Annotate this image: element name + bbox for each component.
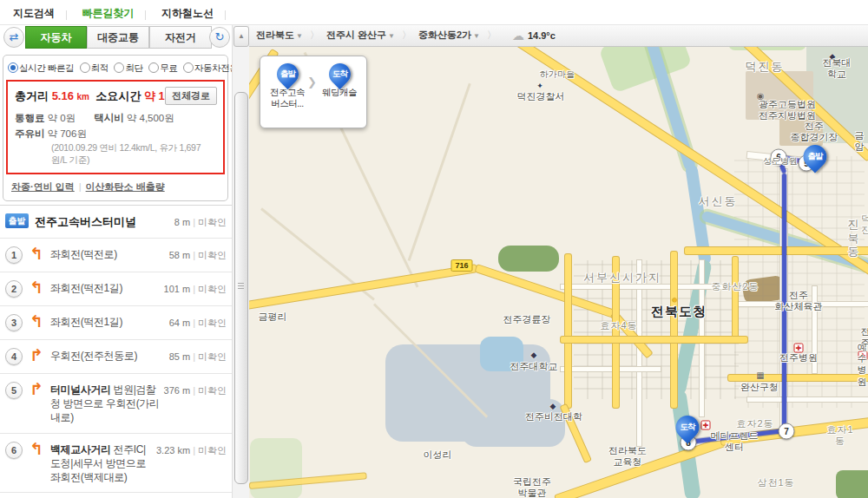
map-label: 전북도청: [651, 304, 707, 319]
popup-end[interactable]: 도착 웨딩캐슬: [316, 63, 363, 98]
route-type-radio[interactable]: 실시간 빠른길: [8, 62, 74, 75]
map-label: 성도병원: [763, 156, 798, 167]
toll-label: 통행료: [15, 113, 45, 123]
transport-tab[interactable]: 자동차: [25, 26, 87, 49]
distance-divider: |: [193, 217, 195, 227]
weather-widget: ☁ 14.9°c: [512, 29, 556, 43]
chevron-down-icon: ▼: [296, 32, 303, 40]
map-panel: 전라북도▼ 〉 전주시 완산구▼ 〉 중화산동2가▼ 〉 ☁ 14.9°c: [248, 24, 868, 498]
duration-label: 소요시간: [95, 89, 141, 102]
poi-icon: ✚: [701, 421, 711, 430]
end-pin[interactable]: 도착: [676, 416, 700, 439]
breadcrumb-district[interactable]: 중화산동2가▼: [418, 29, 480, 42]
breadcrumb-separator: 〉: [402, 29, 411, 42]
green-area: [250, 438, 302, 498]
start-status: 미확인: [198, 217, 227, 227]
route-point-marker[interactable]: 7: [779, 423, 795, 440]
map-label: 전주병원: [779, 352, 818, 364]
step-number: 1: [5, 246, 23, 264]
start-distance: 8 m: [174, 217, 190, 227]
breadcrumb-city[interactable]: 전주시 완산구▼: [326, 29, 395, 42]
popup-start[interactable]: 출발 전주고속 버스터...: [264, 63, 311, 109]
step-distance: 3.23 km: [156, 445, 190, 455]
park-area: [836, 470, 868, 498]
step-status: 미확인: [198, 385, 227, 396]
route-start-row[interactable]: 출발 전주고속버스터미널 8 m|미확인: [0, 206, 232, 239]
step-number: 4: [5, 348, 23, 365]
sidebar-scrollbar[interactable]: ▲: [232, 24, 249, 498]
temperature: 14.9°c: [528, 30, 556, 41]
thumb-grip: [238, 285, 244, 286]
route-type-radio[interactable]: 최적: [80, 62, 108, 75]
map-label: 메디프렌드 센터: [711, 430, 759, 453]
route-type-radio[interactable]: 자동차전용 제외: [183, 62, 232, 75]
step-status: 미확인: [198, 284, 227, 294]
map-canvas[interactable]: 716 5678 ◆✦◉●◆◆✚✚✚▦ 덕진동전북대학교하가마을덕진경찰서광주고…: [249, 47, 868, 498]
step-number: 2: [5, 280, 23, 298]
start-pin[interactable]: 출발: [804, 145, 827, 168]
step-instruction: 좌회전(떡전1길): [50, 314, 166, 329]
route-endpoints-popup: 출발 전주고속 버스터... ❯ 도착 웨딩캐슬: [260, 56, 367, 128]
car-fuel-input-link[interactable]: 차종·연비 입력: [11, 181, 75, 192]
route-step-row[interactable]: 1 ↰ 좌회전(떡전로) 58 m|미확인: [0, 239, 232, 272]
route-step-row[interactable]: 3 ↰ 좌회전(떡전1길) 64 m|미확인: [0, 306, 232, 340]
map-label: 전주경륜장: [503, 314, 551, 325]
step-instruction: 좌회전(떡전1길): [50, 280, 161, 295]
top-nav-item[interactable]: 지도검색: [2, 0, 66, 21]
map-label: 덕진: [861, 213, 868, 236]
top-navigation: 지도검색 빠른길찾기 지하철노선: [0, 0, 868, 25]
turn-arrow-icon: ↱: [26, 348, 47, 364]
top-nav-items: 지도검색 빠른길찾기 지하철노선: [0, 0, 868, 21]
map-label: 서부신시가지: [583, 271, 661, 285]
poi-icon: ✚: [794, 344, 804, 353]
map-label: 효자2동: [736, 418, 773, 429]
turn-arrow-icon: ↰: [26, 280, 47, 296]
step-status: 미확인: [198, 318, 227, 328]
route-step-row[interactable]: 2 ↰ 좌회전(떡전1길) 101 m|미확인: [0, 272, 232, 306]
radio-icon: [114, 62, 124, 73]
taxi-value: 약 4,500원: [127, 113, 174, 123]
breadcrumb-separator: 〉: [310, 29, 319, 42]
radio-icon: [148, 62, 159, 73]
map-label: 전주 화산체육관: [775, 290, 823, 312]
route-type-radios: 실시간 빠른길 최적 최단 무료 자동차전용 제외: [6, 59, 225, 80]
swap-start-end-button[interactable]: ⇄: [3, 27, 24, 48]
breadcrumb-province[interactable]: 전라북도▼: [256, 29, 303, 42]
directions-sidebar: ⇄ 자동차대중교통자전거 ↻ 실시간 빠른길 최적 최단 무료 자동차전용 제외…: [0, 24, 232, 498]
map-label: 전주: [861, 326, 868, 349]
step-distance: 85 m: [169, 351, 190, 362]
popup-end-pin: 도착: [329, 63, 351, 85]
route-type-radio[interactable]: 무료: [148, 62, 177, 75]
turn-arrow-icon: ↱: [26, 382, 47, 397]
map-label: 효자4동: [600, 320, 637, 331]
co2-emission-link[interactable]: 이산화탄소 배출량: [86, 181, 165, 192]
green-area: [728, 47, 806, 50]
transport-tab[interactable]: 자전거: [149, 26, 212, 49]
scrollbar-thumb[interactable]: [234, 92, 248, 484]
scroll-up-button[interactable]: ▲: [233, 26, 249, 47]
road: [685, 247, 868, 254]
full-route-button[interactable]: 전체경로: [165, 87, 217, 105]
route-step-row[interactable]: 5 ↱ 터미널사거리 법원|검찰청 방면으로 우회전(가리내로) 376 m|미…: [0, 374, 232, 434]
route-step-row[interactable]: 7 ⤴ 효자광장사거리 정읍|박물관|도립장애인복지관 방면으로 우측방향(1번…: [0, 493, 232, 498]
nav-divider: [225, 10, 226, 20]
top-nav-item[interactable]: 빠른길찾기: [70, 0, 145, 21]
route-step-row[interactable]: 4 ↱ 우회전(전주천동로) 85 m|미확인: [0, 340, 232, 374]
radio-icon: [8, 62, 18, 73]
fuel-note: (2010.09.29 연비 12.4km/L, 유가 1,697원/L 기준): [51, 142, 216, 167]
radio-icon: [80, 62, 90, 73]
poi-icon: ◆: [531, 351, 537, 359]
transport-tab[interactable]: 대중교통: [87, 26, 149, 49]
map-label: 효자1동: [826, 424, 855, 447]
top-nav-item[interactable]: 지하철노선: [150, 0, 225, 21]
nav-divider: [145, 10, 146, 20]
link-divider: |: [79, 181, 82, 192]
poi-icon: ▦: [756, 370, 764, 380]
transport-tabs: 자동차대중교통자전거: [25, 26, 212, 49]
route-type-radio[interactable]: 최단: [114, 62, 142, 75]
step-instruction: 터미널사거리 법원|검찰청 방면으로 우회전(가리내로): [50, 382, 161, 425]
refresh-button[interactable]: ↻: [209, 27, 230, 48]
taxi-label: 택시비: [94, 113, 124, 123]
route-summary-box: 총거리 5.16 km 소요시간 약 16분 전체경로 통행료약 0원 택시비약…: [6, 80, 225, 174]
route-step-row[interactable]: 6 ↰ 백제교사거리 전주IC|도청|세무서 방면으로 좌회전(백제대로) 3.…: [0, 434, 232, 494]
